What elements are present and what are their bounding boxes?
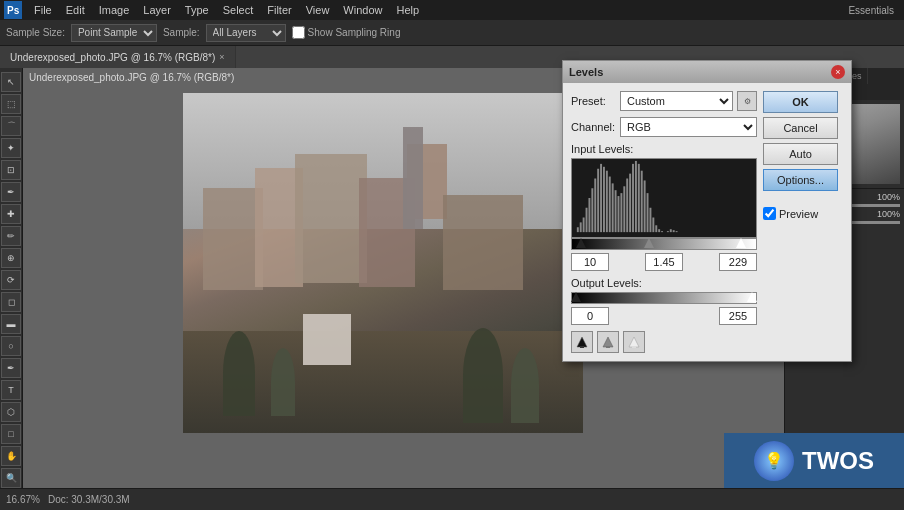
svg-rect-12 xyxy=(603,167,605,232)
menu-image[interactable]: Image xyxy=(93,2,136,18)
sampling-ring-label[interactable]: Show Sampling Ring xyxy=(292,26,401,39)
channel-row: Channel: RGB xyxy=(571,117,757,137)
svg-rect-34 xyxy=(667,231,669,232)
tool-type[interactable]: T xyxy=(1,380,21,400)
document-tab[interactable]: Underexposed_photo.JPG @ 16.7% (RGB/8*) … xyxy=(0,46,236,68)
tool-path[interactable]: ⬡ xyxy=(1,402,21,422)
black-eyedropper-btn[interactable] xyxy=(571,331,593,353)
menu-view[interactable]: View xyxy=(300,2,336,18)
histogram xyxy=(571,158,757,238)
tab-filename: Underexposed_photo.JPG @ 16.7% (RGB/8*) xyxy=(10,52,215,63)
input-slider-track[interactable] xyxy=(571,238,757,250)
twos-badge: 💡 TWOS xyxy=(724,433,904,488)
input-mid-value[interactable] xyxy=(645,253,683,271)
svg-rect-44 xyxy=(606,346,610,348)
fill-value: 100% xyxy=(877,192,900,202)
output-min-value[interactable] xyxy=(571,307,609,325)
output-white-handle[interactable] xyxy=(747,292,757,302)
menu-layer[interactable]: Layer xyxy=(137,2,177,18)
input-white-handle[interactable] xyxy=(736,238,746,248)
input-min-value[interactable] xyxy=(571,253,609,271)
dialog-title-bar: Levels × xyxy=(563,61,851,83)
tool-gradient[interactable]: ▬ xyxy=(1,314,21,334)
svg-rect-25 xyxy=(641,171,643,232)
tool-pen[interactable]: ✒ xyxy=(1,358,21,378)
photo-canvas xyxy=(183,93,583,433)
options-button[interactable]: Options... xyxy=(763,169,838,191)
opacity-value: 100% xyxy=(877,209,900,219)
tool-eraser[interactable]: ◻ xyxy=(1,292,21,312)
svg-rect-24 xyxy=(638,164,640,232)
svg-rect-37 xyxy=(676,231,678,232)
output-black-handle[interactable] xyxy=(571,292,581,302)
levels-dialog: Levels × Preset: Custom ⚙ Channel: xyxy=(562,60,852,362)
sample-layers-select[interactable]: All Layers xyxy=(206,24,286,42)
input-max-value[interactable] xyxy=(719,253,757,271)
svg-rect-19 xyxy=(623,186,625,232)
svg-rect-15 xyxy=(612,183,614,232)
sampling-ring-checkbox[interactable] xyxy=(292,26,305,39)
menu-select[interactable]: Select xyxy=(217,2,260,18)
tool-crop[interactable]: ⊡ xyxy=(1,160,21,180)
preview-checkbox[interactable] xyxy=(763,207,776,220)
menu-help[interactable]: Help xyxy=(390,2,425,18)
ok-button[interactable]: OK xyxy=(763,91,838,113)
dialog-right: OK Cancel Auto Options... Preview xyxy=(763,91,843,353)
tool-magic[interactable]: ✦ xyxy=(1,138,21,158)
output-levels-label: Output Levels: xyxy=(571,277,642,289)
menu-type[interactable]: Type xyxy=(179,2,215,18)
output-max-value[interactable] xyxy=(719,307,757,325)
svg-text:Ps: Ps xyxy=(7,5,20,16)
menu-bar: Ps File Edit Image Layer Type Select Fil… xyxy=(0,0,904,20)
svg-rect-17 xyxy=(618,196,620,232)
tool-heal[interactable]: ✚ xyxy=(1,204,21,224)
tab-close-btn[interactable]: × xyxy=(219,52,224,62)
gray-eyedropper-btn[interactable] xyxy=(597,331,619,353)
preset-label: Preset: xyxy=(571,95,616,107)
photo-content xyxy=(183,93,583,433)
svg-rect-29 xyxy=(652,218,654,233)
status-bar: 16.67% Doc: 30.3M/30.3M xyxy=(0,488,904,510)
tool-shape[interactable]: □ xyxy=(1,424,21,444)
svg-rect-32 xyxy=(661,231,663,232)
auto-button[interactable]: Auto xyxy=(763,143,838,165)
tool-lasso[interactable]: ⌒ xyxy=(1,116,21,136)
svg-rect-23 xyxy=(635,161,637,232)
tool-eyedropper[interactable]: ✒ xyxy=(1,182,21,202)
output-slider-track[interactable] xyxy=(571,292,757,304)
tool-brush[interactable]: ✏ xyxy=(1,226,21,246)
svg-rect-5 xyxy=(583,218,585,233)
eyedropper-row xyxy=(571,331,757,353)
tool-move[interactable]: ↖ xyxy=(1,72,21,92)
toolbar: Sample Size: Point Sample Sample: All La… xyxy=(0,20,904,46)
input-black-handle[interactable] xyxy=(576,238,586,248)
svg-rect-4 xyxy=(580,222,582,232)
cancel-button[interactable]: Cancel xyxy=(763,117,838,139)
dialog-close-button[interactable]: × xyxy=(831,65,845,79)
menu-edit[interactable]: Edit xyxy=(60,2,91,18)
svg-rect-6 xyxy=(586,208,588,232)
tool-dodge[interactable]: ○ xyxy=(1,336,21,356)
zoom-level: 16.67% xyxy=(6,494,40,505)
svg-rect-13 xyxy=(606,171,608,232)
sample-size-select[interactable]: Point Sample xyxy=(71,24,157,42)
preset-select[interactable]: Custom xyxy=(620,91,733,111)
menu-window[interactable]: Window xyxy=(337,2,388,18)
svg-rect-20 xyxy=(626,179,628,233)
tool-marquee[interactable]: ⬚ xyxy=(1,94,21,114)
tool-hand[interactable]: ✋ xyxy=(1,446,21,466)
tool-clone[interactable]: ⊕ xyxy=(1,248,21,268)
input-gray-handle[interactable] xyxy=(644,238,654,248)
svg-rect-2 xyxy=(572,159,756,237)
svg-rect-36 xyxy=(673,230,675,232)
menu-filter[interactable]: Filter xyxy=(261,2,297,18)
svg-rect-3 xyxy=(577,227,579,232)
white-eyedropper-btn[interactable] xyxy=(623,331,645,353)
tool-history[interactable]: ⟳ xyxy=(1,270,21,290)
preset-settings-btn[interactable]: ⚙ xyxy=(737,91,757,111)
menu-file[interactable]: File xyxy=(28,2,58,18)
channel-select[interactable]: RGB xyxy=(620,117,757,137)
svg-rect-8 xyxy=(591,188,593,232)
svg-rect-16 xyxy=(615,190,617,232)
tool-zoom[interactable]: 🔍 xyxy=(1,468,21,488)
